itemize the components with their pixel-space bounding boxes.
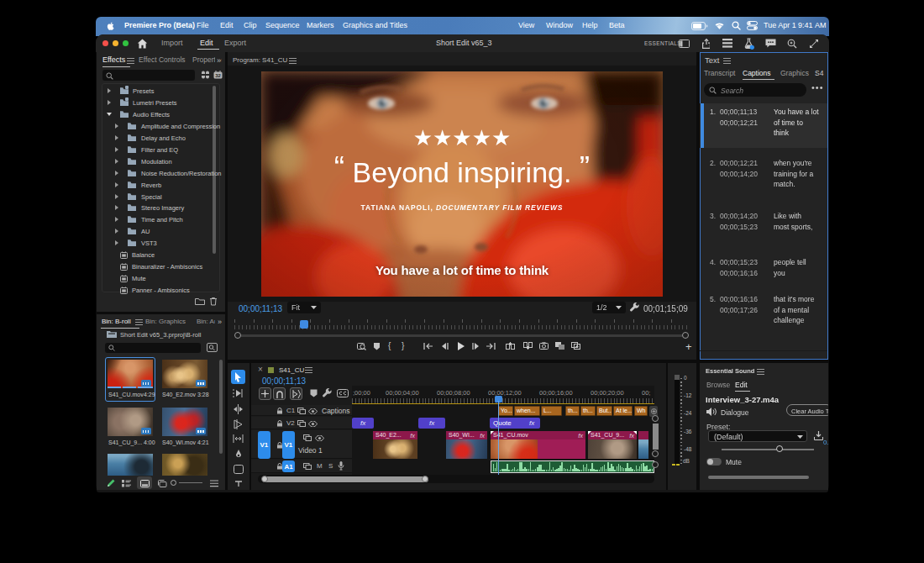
svg-text:32: 32 (215, 73, 221, 78)
